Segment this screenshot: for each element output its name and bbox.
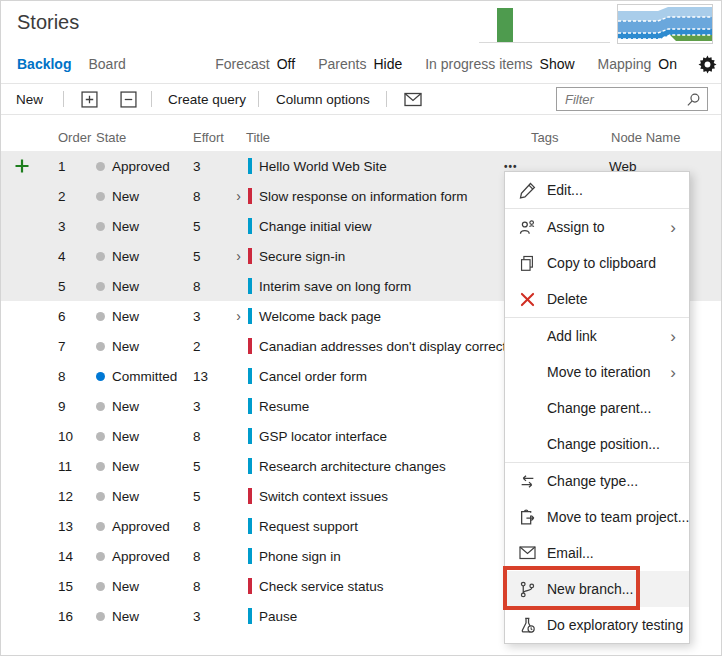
expand-chevron-icon[interactable]: › (229, 308, 248, 324)
row-title[interactable]: Secure sign-in (259, 249, 345, 264)
toolbar-separator (63, 91, 64, 107)
email-icon[interactable] (404, 92, 422, 107)
state-dot-icon (96, 432, 105, 441)
state-dot-icon (96, 162, 105, 171)
row-state: New (112, 189, 139, 204)
row-title[interactable]: Resume (259, 399, 309, 414)
menu-item-change-position[interactable]: Change position... (505, 426, 689, 462)
backlog-page: Stories Backlog Board Forecast Off Paren… (0, 0, 722, 656)
view-tabs: Backlog Board (17, 51, 132, 77)
row-title[interactable]: Request support (259, 519, 358, 534)
work-item-type-bar (248, 608, 252, 624)
row-state: New (112, 459, 139, 474)
menu-item-assign-to[interactable]: Assign to › (505, 209, 689, 245)
row-order: 14 (58, 549, 96, 564)
row-title[interactable]: GSP locator interface (259, 429, 387, 444)
row-order: 15 (58, 579, 96, 594)
settings-gear-icon[interactable] (698, 55, 717, 74)
state-dot-icon (96, 492, 105, 501)
column-options-button[interactable]: Column options (276, 92, 370, 107)
toolbar-separator (151, 91, 152, 107)
menu-item-change-type[interactable]: Change type... (505, 463, 689, 499)
menu-item-delete[interactable]: Delete (505, 281, 689, 317)
cumulative-flow-svg (618, 5, 712, 43)
toolbar-separator (258, 91, 259, 107)
submenu-chevron-icon: › (670, 219, 676, 236)
row-order: 4 (58, 249, 96, 264)
column-header-state: State (96, 130, 193, 145)
menu-item-move-to-team-project[interactable]: Move to team project... (505, 499, 689, 535)
tab-board[interactable]: Board (88, 56, 131, 72)
new-button[interactable]: New (16, 92, 43, 107)
row-state: New (112, 279, 139, 294)
mapping-toggle[interactable]: Mapping On (598, 56, 677, 72)
work-item-type-bar (248, 188, 252, 204)
row-effort: 8 (193, 579, 229, 594)
row-effort: 8 (193, 279, 229, 294)
row-effort: 8 (193, 519, 229, 534)
row-effort: 8 (193, 549, 229, 564)
branch-icon (517, 581, 537, 598)
row-title[interactable]: Switch context issues (259, 489, 388, 504)
menu-item-email[interactable]: Email... (505, 535, 689, 571)
add-item-button[interactable] (15, 159, 58, 173)
work-item-type-bar (248, 308, 252, 324)
row-title[interactable]: Interim save on long form (259, 279, 411, 294)
menu-item-edit[interactable]: Edit... (505, 172, 689, 208)
row-order: 11 (58, 459, 96, 474)
row-state: New (112, 219, 139, 234)
menu-item-copy-to-clipboard[interactable]: Copy to clipboard (505, 245, 689, 281)
row-order: 8 (58, 369, 96, 384)
submenu-chevron-icon: › (670, 364, 676, 381)
row-title[interactable]: Phone sign in (259, 549, 341, 564)
menu-item-new-branch[interactable]: New branch... (505, 571, 689, 607)
state-dot-icon (96, 342, 105, 351)
state-dot-icon (96, 552, 105, 561)
work-item-type-bar (248, 158, 252, 174)
row-title[interactable]: Pause (259, 609, 297, 624)
search-icon[interactable] (686, 92, 701, 111)
expand-chevron-icon[interactable]: › (229, 248, 248, 264)
work-item-type-bar (248, 458, 252, 474)
expand-all-icon[interactable] (81, 91, 98, 108)
row-title[interactable]: Canadian addresses don't display correct… (259, 339, 516, 354)
parents-toggle[interactable]: Parents Hide (318, 56, 402, 72)
cumulative-flow-chart[interactable] (617, 4, 713, 44)
row-effort: 5 (193, 459, 229, 474)
row-effort: 5 (193, 249, 229, 264)
menu-item-change-parent[interactable]: Change parent... (505, 390, 689, 426)
row-title[interactable]: Slow response on information form (259, 189, 468, 204)
row-state: Committed (112, 369, 177, 384)
row-title[interactable]: Change initial view (259, 219, 372, 234)
menu-item-add-link[interactable]: Add link › (505, 318, 689, 354)
tab-backlog[interactable]: Backlog (17, 56, 77, 72)
collapse-all-icon[interactable] (120, 91, 137, 108)
menu-item-move-to-iteration[interactable]: Move to iteration › (505, 354, 689, 390)
row-title[interactable]: Check service status (259, 579, 384, 594)
work-item-type-bar (248, 488, 252, 504)
state-dot-icon (96, 192, 105, 201)
row-order: 13 (58, 519, 96, 534)
menu-item-do-exploratory-testing[interactable]: Do exploratory testing (505, 607, 689, 643)
row-order: 9 (58, 399, 96, 414)
row-title[interactable]: Cancel order form (259, 369, 367, 384)
filter-box (556, 87, 708, 111)
row-title[interactable]: Research architecture changes (259, 459, 446, 474)
move-project-icon (517, 509, 537, 526)
row-title[interactable]: Welcome back page (259, 309, 381, 324)
forecast-toggle[interactable]: Forecast Off (215, 56, 295, 72)
velocity-chart[interactable] (478, 4, 612, 44)
row-state: Approved (112, 159, 170, 174)
state-dot-icon (96, 582, 105, 591)
row-state: New (112, 579, 139, 594)
state-dot-icon (96, 612, 105, 621)
filter-input[interactable] (557, 88, 689, 110)
state-dot-icon (96, 252, 105, 261)
row-effort: 5 (193, 489, 229, 504)
work-item-type-bar (248, 548, 252, 564)
in-progress-items-toggle[interactable]: In progress items Show (425, 56, 574, 72)
expand-chevron-icon[interactable]: › (229, 188, 248, 204)
row-order: 7 (58, 339, 96, 354)
row-title[interactable]: Hello World Web Site (259, 159, 387, 174)
create-query-button[interactable]: Create query (168, 92, 246, 107)
